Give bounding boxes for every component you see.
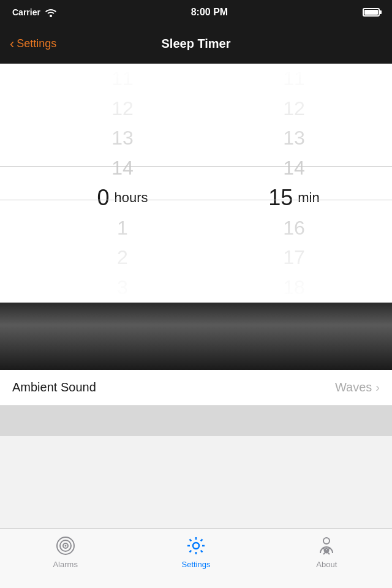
hours-column[interactable]: 11 12 13 14 0 hours 1 2 3 bbox=[0, 64, 208, 303]
ambient-sound-label: Ambient Sound bbox=[12, 380, 96, 394]
minute-item-11: 11 bbox=[208, 64, 380, 94]
svg-point-6 bbox=[323, 538, 330, 544]
svg-point-4 bbox=[64, 545, 66, 547]
about-tab-label: About bbox=[316, 560, 337, 569]
hour-item-14: 14 bbox=[37, 153, 208, 183]
minute-item-17: 17 bbox=[208, 243, 380, 273]
hour-item-0: 0 hours bbox=[37, 183, 208, 213]
tab-bar: Alarms Settings bbox=[0, 528, 392, 588]
ambient-sound-value: Waves › bbox=[335, 380, 380, 394]
hour-item-12: 12 bbox=[37, 94, 208, 124]
ambient-sound-chevron-icon: › bbox=[375, 380, 380, 394]
hour-item-13: 13 bbox=[37, 124, 208, 154]
minute-item-14: 14 bbox=[208, 153, 380, 183]
page-title: Sleep Timer bbox=[10, 37, 382, 51]
settings-icon bbox=[185, 535, 207, 557]
minutes-column[interactable]: 11 12 13 14 15 min 16 17 18 bbox=[208, 64, 392, 303]
picker-columns: 11 12 13 14 0 hours 1 2 3 11 12 13 14 15… bbox=[0, 64, 392, 303]
minute-item-13: 13 bbox=[208, 124, 380, 154]
gradient-separator bbox=[0, 303, 392, 370]
battery-icon bbox=[363, 8, 380, 17]
hour-item-11: 11 bbox=[37, 64, 208, 94]
tab-about[interactable]: About bbox=[262, 535, 392, 569]
minute-item-18: 18 bbox=[208, 273, 380, 303]
ambient-sound-row[interactable]: Ambient Sound Waves › bbox=[0, 370, 392, 405]
minute-item-16: 16 bbox=[208, 213, 380, 243]
status-bar: Carrier 8:00 PM bbox=[0, 0, 392, 24]
settings-tab-label: Settings bbox=[182, 560, 211, 569]
minute-item-15: 15 min bbox=[208, 183, 380, 213]
hour-item-3: 3 bbox=[37, 273, 208, 303]
tab-settings[interactable]: Settings bbox=[130, 535, 261, 569]
hour-item-2: 2 bbox=[37, 243, 208, 273]
hour-item-1: 1 bbox=[37, 213, 208, 243]
time-picker[interactable]: 11 12 13 14 0 hours 1 2 3 11 12 13 14 15… bbox=[0, 64, 392, 303]
navigation-bar: ‹ Settings Sleep Timer bbox=[0, 24, 392, 64]
about-icon bbox=[315, 535, 337, 557]
alarms-icon bbox=[55, 535, 77, 557]
alarms-tab-label: Alarms bbox=[53, 560, 77, 569]
minute-item-12: 12 bbox=[208, 94, 380, 124]
tab-alarms[interactable]: Alarms bbox=[0, 535, 130, 569]
status-time: 8:00 PM bbox=[191, 7, 228, 18]
carrier-text: Carrier bbox=[12, 7, 56, 17]
svg-point-5 bbox=[193, 543, 199, 549]
svg-point-0 bbox=[50, 15, 52, 17]
status-battery bbox=[363, 8, 380, 17]
settings-section: Ambient Sound Waves › bbox=[0, 370, 392, 405]
gray-band bbox=[0, 405, 392, 436]
